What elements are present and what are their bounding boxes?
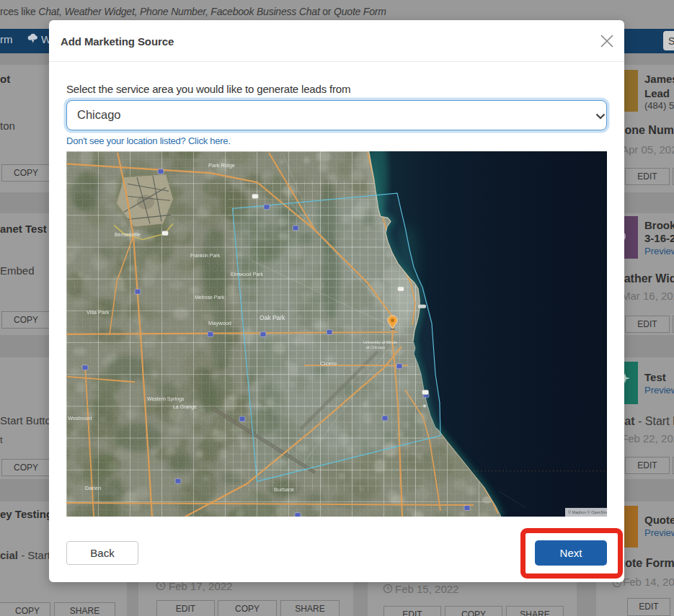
svg-text:Cicero: Cicero: [320, 360, 337, 367]
svg-text:Maywood: Maywood: [208, 320, 231, 326]
svg-text:Park Ridge: Park Ridge: [208, 162, 235, 169]
svg-text:Elmwood Park: Elmwood Park: [231, 272, 264, 277]
svg-text:La Grange: La Grange: [173, 404, 197, 410]
svg-text:Oak Park: Oak Park: [260, 314, 285, 321]
svg-text:Burbank: Burbank: [274, 486, 294, 493]
svg-text:Melrose Park: Melrose Park: [195, 295, 225, 300]
svg-text:at Chicago: at Chicago: [366, 345, 385, 349]
svg-text:© Mapbox © OpenStre: © Mapbox © OpenStre: [568, 510, 607, 514]
svg-text:Western Springs: Western Springs: [147, 396, 185, 402]
svg-text:Westmont: Westmont: [68, 415, 92, 421]
svg-text:Bensenville: Bensenville: [115, 232, 141, 237]
svg-text:Villa Park: Villa Park: [87, 309, 110, 316]
svg-text:Franklin Park: Franklin Park: [190, 253, 221, 258]
svg-text:University of Illinois: University of Illinois: [363, 340, 397, 344]
svg-text:Darien: Darien: [85, 485, 101, 491]
